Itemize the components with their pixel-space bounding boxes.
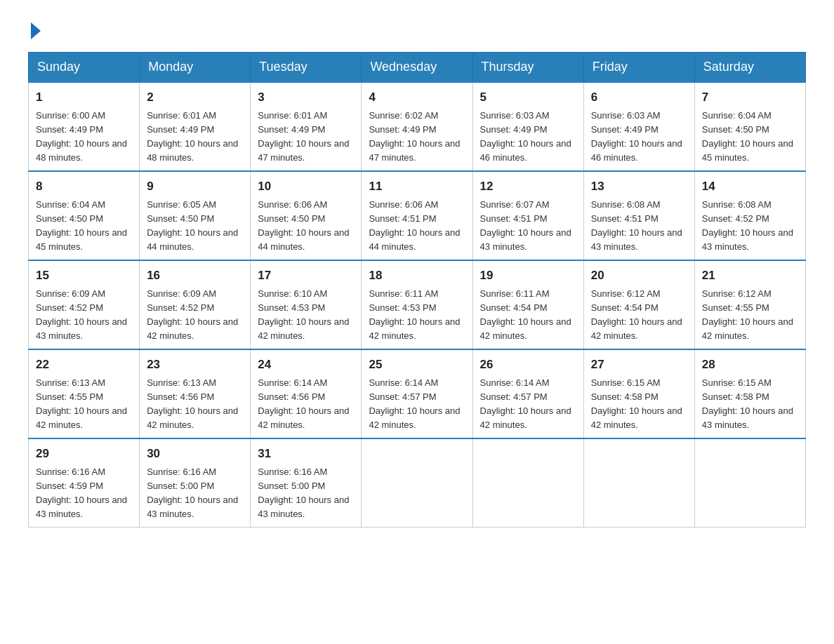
day-cell: 9Sunrise: 6:05 AMSunset: 4:50 PMDaylight… bbox=[140, 171, 251, 260]
day-cell: 27Sunrise: 6:15 AMSunset: 4:58 PMDayligh… bbox=[583, 349, 694, 438]
day-cell: 12Sunrise: 6:07 AMSunset: 4:51 PMDayligh… bbox=[472, 171, 583, 260]
day-cell: 17Sunrise: 6:10 AMSunset: 4:53 PMDayligh… bbox=[251, 260, 362, 349]
day-number: 11 bbox=[369, 177, 465, 196]
day-number: 20 bbox=[591, 267, 687, 285]
day-info: Sunrise: 6:11 AMSunset: 4:54 PMDaylight:… bbox=[480, 287, 576, 344]
day-cell: 7Sunrise: 6:04 AMSunset: 4:50 PMDaylight… bbox=[694, 82, 805, 171]
day-number: 7 bbox=[702, 88, 798, 107]
day-info: Sunrise: 6:13 AMSunset: 4:55 PMDaylight:… bbox=[36, 376, 132, 433]
day-number: 1 bbox=[36, 88, 132, 107]
day-number: 31 bbox=[258, 445, 354, 463]
logo-arrow-icon bbox=[31, 22, 41, 39]
day-info: Sunrise: 6:10 AMSunset: 4:53 PMDaylight:… bbox=[258, 287, 354, 344]
day-cell: 18Sunrise: 6:11 AMSunset: 4:53 PMDayligh… bbox=[362, 260, 472, 349]
day-info: Sunrise: 6:11 AMSunset: 4:53 PMDaylight:… bbox=[369, 287, 465, 344]
day-number: 8 bbox=[36, 177, 132, 196]
day-info: Sunrise: 6:16 AMSunset: 5:00 PMDaylight:… bbox=[258, 465, 354, 522]
day-cell: 29Sunrise: 6:16 AMSunset: 4:59 PMDayligh… bbox=[29, 438, 140, 528]
day-cell: 26Sunrise: 6:14 AMSunset: 4:57 PMDayligh… bbox=[472, 349, 583, 438]
day-cell: 11Sunrise: 6:06 AMSunset: 4:51 PMDayligh… bbox=[362, 171, 472, 260]
day-number: 28 bbox=[702, 356, 798, 374]
day-number: 3 bbox=[258, 88, 354, 107]
day-cell: 6Sunrise: 6:03 AMSunset: 4:49 PMDaylight… bbox=[583, 82, 694, 171]
day-info: Sunrise: 6:09 AMSunset: 4:52 PMDaylight:… bbox=[147, 287, 243, 344]
day-cell: 28Sunrise: 6:15 AMSunset: 4:58 PMDayligh… bbox=[694, 349, 805, 438]
day-info: Sunrise: 6:14 AMSunset: 4:56 PMDaylight:… bbox=[258, 376, 354, 433]
day-info: Sunrise: 6:14 AMSunset: 4:57 PMDaylight:… bbox=[369, 376, 465, 433]
day-info: Sunrise: 6:12 AMSunset: 4:54 PMDaylight:… bbox=[591, 287, 687, 344]
day-number: 12 bbox=[480, 177, 576, 196]
day-number: 14 bbox=[702, 177, 798, 196]
day-cell: 20Sunrise: 6:12 AMSunset: 4:54 PMDayligh… bbox=[583, 260, 694, 349]
day-cell: 24Sunrise: 6:14 AMSunset: 4:56 PMDayligh… bbox=[251, 349, 362, 438]
day-info: Sunrise: 6:14 AMSunset: 4:57 PMDaylight:… bbox=[480, 376, 576, 433]
column-header-thursday: Thursday bbox=[472, 53, 583, 83]
header bbox=[28, 21, 806, 38]
day-number: 26 bbox=[480, 356, 576, 374]
column-header-monday: Monday bbox=[140, 53, 251, 83]
day-number: 21 bbox=[702, 267, 798, 285]
day-info: Sunrise: 6:15 AMSunset: 4:58 PMDaylight:… bbox=[591, 376, 687, 433]
day-cell: 5Sunrise: 6:03 AMSunset: 4:49 PMDaylight… bbox=[472, 82, 583, 171]
day-info: Sunrise: 6:03 AMSunset: 4:49 PMDaylight:… bbox=[591, 109, 687, 166]
day-info: Sunrise: 6:01 AMSunset: 4:49 PMDaylight:… bbox=[147, 109, 243, 166]
day-info: Sunrise: 6:05 AMSunset: 4:50 PMDaylight:… bbox=[147, 198, 243, 255]
day-number: 22 bbox=[36, 356, 132, 374]
day-cell: 14Sunrise: 6:08 AMSunset: 4:52 PMDayligh… bbox=[694, 171, 805, 260]
day-info: Sunrise: 6:09 AMSunset: 4:52 PMDaylight:… bbox=[36, 287, 132, 344]
day-info: Sunrise: 6:06 AMSunset: 4:50 PMDaylight:… bbox=[258, 198, 354, 255]
day-info: Sunrise: 6:00 AMSunset: 4:49 PMDaylight:… bbox=[36, 109, 132, 166]
day-info: Sunrise: 6:01 AMSunset: 4:49 PMDaylight:… bbox=[258, 109, 354, 166]
column-header-friday: Friday bbox=[583, 53, 694, 83]
day-number: 30 bbox=[147, 445, 243, 463]
day-number: 6 bbox=[591, 88, 687, 107]
day-number: 23 bbox=[147, 356, 243, 374]
day-info: Sunrise: 6:06 AMSunset: 4:51 PMDaylight:… bbox=[369, 198, 465, 255]
day-info: Sunrise: 6:08 AMSunset: 4:51 PMDaylight:… bbox=[591, 198, 687, 255]
day-number: 13 bbox=[591, 177, 687, 196]
column-header-sunday: Sunday bbox=[29, 53, 140, 83]
day-cell bbox=[472, 438, 583, 528]
day-cell: 13Sunrise: 6:08 AMSunset: 4:51 PMDayligh… bbox=[583, 171, 694, 260]
day-number: 9 bbox=[147, 177, 243, 196]
week-row-4: 22Sunrise: 6:13 AMSunset: 4:55 PMDayligh… bbox=[29, 349, 806, 438]
day-cell: 30Sunrise: 6:16 AMSunset: 5:00 PMDayligh… bbox=[140, 438, 251, 528]
day-number: 25 bbox=[369, 356, 465, 374]
day-info: Sunrise: 6:12 AMSunset: 4:55 PMDaylight:… bbox=[702, 287, 798, 344]
column-header-wednesday: Wednesday bbox=[362, 53, 472, 83]
day-cell: 4Sunrise: 6:02 AMSunset: 4:49 PMDaylight… bbox=[362, 82, 472, 171]
day-headers-row: SundayMondayTuesdayWednesdayThursdayFrid… bbox=[29, 53, 806, 83]
day-cell: 10Sunrise: 6:06 AMSunset: 4:50 PMDayligh… bbox=[251, 171, 362, 260]
logo bbox=[28, 21, 41, 38]
day-number: 29 bbox=[36, 445, 132, 463]
day-number: 16 bbox=[147, 267, 243, 285]
day-info: Sunrise: 6:13 AMSunset: 4:56 PMDaylight:… bbox=[147, 376, 243, 433]
day-info: Sunrise: 6:15 AMSunset: 4:58 PMDaylight:… bbox=[702, 376, 798, 433]
day-info: Sunrise: 6:02 AMSunset: 4:49 PMDaylight:… bbox=[369, 109, 465, 166]
week-row-2: 8Sunrise: 6:04 AMSunset: 4:50 PMDaylight… bbox=[29, 171, 806, 260]
column-header-tuesday: Tuesday bbox=[251, 53, 362, 83]
week-row-1: 1Sunrise: 6:00 AMSunset: 4:49 PMDaylight… bbox=[29, 82, 806, 171]
day-cell: 16Sunrise: 6:09 AMSunset: 4:52 PMDayligh… bbox=[140, 260, 251, 349]
day-info: Sunrise: 6:04 AMSunset: 4:50 PMDaylight:… bbox=[702, 109, 798, 166]
column-header-saturday: Saturday bbox=[694, 53, 805, 83]
day-number: 17 bbox=[258, 267, 354, 285]
calendar-table: SundayMondayTuesdayWednesdayThursdayFrid… bbox=[28, 52, 806, 528]
day-cell bbox=[694, 438, 805, 528]
day-cell: 15Sunrise: 6:09 AMSunset: 4:52 PMDayligh… bbox=[29, 260, 140, 349]
day-cell: 8Sunrise: 6:04 AMSunset: 4:50 PMDaylight… bbox=[29, 171, 140, 260]
day-info: Sunrise: 6:07 AMSunset: 4:51 PMDaylight:… bbox=[480, 198, 576, 255]
day-cell: 3Sunrise: 6:01 AMSunset: 4:49 PMDaylight… bbox=[251, 82, 362, 171]
day-info: Sunrise: 6:16 AMSunset: 5:00 PMDaylight:… bbox=[147, 465, 243, 522]
day-number: 2 bbox=[147, 88, 243, 107]
day-cell: 19Sunrise: 6:11 AMSunset: 4:54 PMDayligh… bbox=[472, 260, 583, 349]
day-number: 10 bbox=[258, 177, 354, 196]
day-number: 19 bbox=[480, 267, 576, 285]
day-cell bbox=[362, 438, 472, 528]
day-info: Sunrise: 6:16 AMSunset: 4:59 PMDaylight:… bbox=[36, 465, 132, 522]
day-cell: 31Sunrise: 6:16 AMSunset: 5:00 PMDayligh… bbox=[251, 438, 362, 528]
day-info: Sunrise: 6:08 AMSunset: 4:52 PMDaylight:… bbox=[702, 198, 798, 255]
week-row-5: 29Sunrise: 6:16 AMSunset: 4:59 PMDayligh… bbox=[29, 438, 806, 528]
day-number: 27 bbox=[591, 356, 687, 374]
day-number: 5 bbox=[480, 88, 576, 107]
